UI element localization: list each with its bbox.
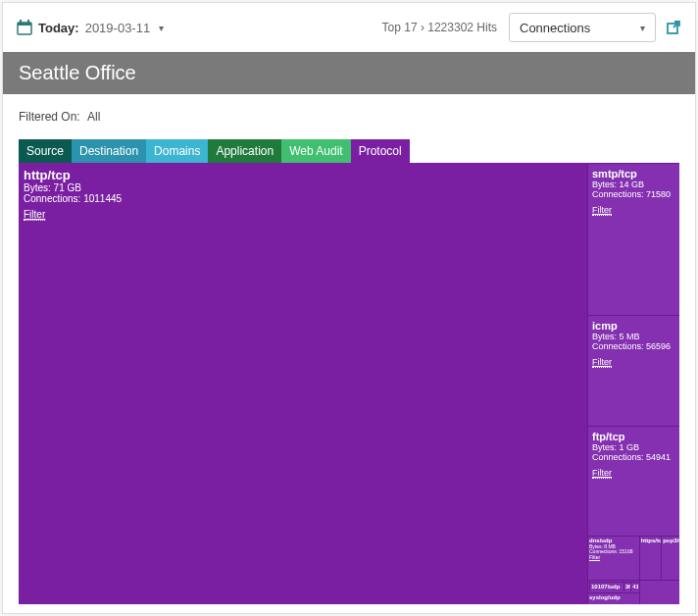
block-title: ftp/tcp bbox=[592, 431, 675, 442]
block-title: 418 bbox=[632, 584, 636, 590]
block-title: 10107/udp bbox=[591, 584, 623, 590]
treemap-block-10107[interactable]: 10107/udp bbox=[589, 582, 623, 591]
block-title: syslog/udp bbox=[589, 594, 638, 601]
filter-link[interactable]: Filter bbox=[24, 209, 45, 221]
block-title: pop3/tcp bbox=[663, 538, 678, 544]
filter-link[interactable]: Filter bbox=[592, 357, 612, 368]
treemap: http/tcp Bytes: 71 GB Connections: 10114… bbox=[19, 163, 679, 604]
filter-link[interactable]: Filter bbox=[592, 205, 612, 216]
block-connections: Connections: 54941 bbox=[592, 452, 675, 462]
block-title: https/tcp bbox=[641, 538, 661, 544]
tab-protocol[interactable]: Protocol bbox=[351, 139, 410, 163]
filter-label: Filtered On: bbox=[19, 110, 80, 124]
block-bytes: Bytes: 71 GB bbox=[24, 182, 582, 193]
block-bytes: Bytes: 14 GB bbox=[592, 180, 675, 189]
tab-webaudit[interactable]: Web Audit bbox=[281, 139, 350, 163]
today-label: Today: bbox=[38, 21, 79, 35]
block-connections: Connections: 1011445 bbox=[24, 193, 582, 204]
tabs: Source Destination Domains Application W… bbox=[3, 139, 695, 163]
tab-source[interactable]: Source bbox=[19, 139, 72, 163]
popout-icon[interactable] bbox=[666, 20, 681, 35]
treemap-block-368[interactable]: 368 bbox=[623, 582, 630, 591]
svg-rect-3 bbox=[27, 20, 29, 24]
page-title: Seattle Office bbox=[3, 52, 695, 94]
date-picker[interactable]: Today: 2019-03-11 ▾ bbox=[17, 20, 164, 35]
tab-application[interactable]: Application bbox=[208, 139, 281, 163]
block-title: smtp/tcp bbox=[592, 168, 675, 180]
svg-rect-2 bbox=[20, 20, 22, 24]
today-date: 2019-03-11 bbox=[85, 21, 151, 35]
dropdown-value: Connections bbox=[520, 21, 590, 35]
filter-bar: Filtered On: All bbox=[3, 94, 695, 139]
filter-link[interactable]: Filter bbox=[592, 468, 612, 479]
tab-destination[interactable]: Destination bbox=[72, 139, 146, 163]
block-title: icmp bbox=[592, 320, 675, 332]
treemap-block-http[interactable]: http/tcp Bytes: 71 GB Connections: 10114… bbox=[19, 163, 587, 604]
block-title: http/tcp bbox=[24, 168, 582, 182]
block-bytes: Bytes: 1 GB bbox=[592, 442, 675, 452]
block-connections: Connections: 56596 bbox=[592, 341, 675, 351]
treemap-block-418[interactable]: 418 bbox=[630, 582, 637, 591]
treemap-block-https[interactable]: https/tcp bbox=[639, 536, 662, 580]
treemap-block-syslog[interactable]: syslog/udp bbox=[587, 592, 639, 605]
filter-value: All bbox=[87, 110, 100, 124]
calendar-icon bbox=[17, 20, 32, 35]
chevron-down-icon: ▾ bbox=[640, 23, 645, 33]
topbar: Today: 2019-03-11 ▾ Top 17 › 1223302 Hit… bbox=[3, 3, 695, 52]
breadcrumb[interactable]: Top 17 › 1223302 Hits bbox=[382, 21, 497, 34]
block-bytes: Bytes: 5 MB bbox=[592, 332, 675, 341]
treemap-block-smtp[interactable]: smtp/tcp Bytes: 14 GB Connections: 71580… bbox=[587, 163, 679, 315]
metric-dropdown[interactable]: Connections ▾ bbox=[509, 13, 656, 42]
treemap-block-dns[interactable]: dns/udp Bytes: 8 MB Connections: 15168 F… bbox=[587, 536, 639, 580]
treemap-block-other[interactable] bbox=[639, 580, 679, 604]
treemap-block-ftp[interactable]: ftp/tcp Bytes: 1 GB Connections: 54941 F… bbox=[587, 426, 679, 536]
treemap-block-icmp[interactable]: icmp Bytes: 5 MB Connections: 56596 Filt… bbox=[587, 315, 679, 426]
block-title: 368 bbox=[625, 584, 629, 590]
treemap-block-pop3[interactable]: pop3/tcp bbox=[661, 536, 679, 580]
filter-link[interactable]: Filter bbox=[589, 554, 600, 560]
block-connections: Connections: 71580 bbox=[592, 189, 675, 199]
tab-domains[interactable]: Domains bbox=[146, 139, 208, 163]
chevron-down-icon: ▾ bbox=[159, 23, 164, 33]
